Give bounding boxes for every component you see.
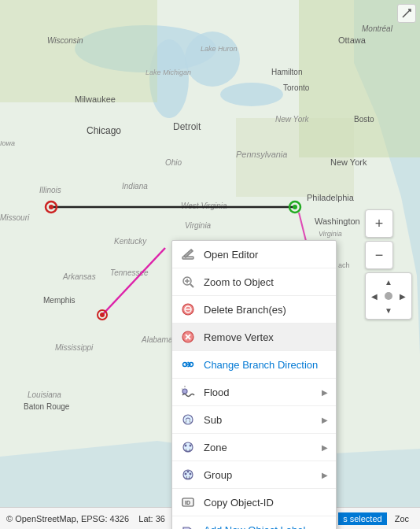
menu-label-remove-vertex: Remove Vertex xyxy=(204,331,328,343)
menu-icon-pencil xyxy=(180,246,196,262)
map-container: Wisconsin Lake Michigan Lake Huron Ottaw… xyxy=(0,0,420,529)
svg-text:Virginia: Virginia xyxy=(185,221,212,230)
svg-line-47 xyxy=(102,248,165,315)
svg-text:Alabama: Alabama xyxy=(141,335,173,344)
svg-text:Virginia: Virginia xyxy=(319,230,342,238)
svg-point-71 xyxy=(183,442,193,452)
svg-point-78 xyxy=(190,473,192,475)
menu-item-zone[interactable]: Zone▶ xyxy=(172,434,336,461)
menu-item-copy-object-id[interactable]: ID Copy Object-ID xyxy=(172,489,336,516)
svg-text:ID: ID xyxy=(185,500,190,505)
svg-text:Iowa: Iowa xyxy=(0,139,15,147)
svg-text:Baton Rouge: Baton Rouge xyxy=(24,402,70,411)
menu-icon-zone xyxy=(180,439,196,455)
svg-rect-5 xyxy=(0,0,157,102)
menu-label-delete-branch: Delete Branch(es) xyxy=(204,304,328,316)
menu-icon-delete-circle xyxy=(180,301,196,317)
svg-line-54 xyxy=(190,284,193,287)
submenu-arrow-flood: ▶ xyxy=(322,388,328,397)
pan-right-arrow[interactable]: ▶ xyxy=(400,292,406,301)
svg-rect-51 xyxy=(182,257,193,259)
menu-item-sub[interactable]: Sub▶ xyxy=(172,406,336,434)
svg-text:Bosto: Bosto xyxy=(354,115,374,124)
selected-badge: s selected xyxy=(338,512,387,525)
svg-point-43 xyxy=(46,202,57,213)
svg-text:Ottawa: Ottawa xyxy=(338,35,367,45)
svg-text:Memphis: Memphis xyxy=(43,296,76,305)
menu-item-delete-branch[interactable]: Delete Branch(es) xyxy=(172,296,336,324)
svg-point-77 xyxy=(185,473,187,475)
zoom-in-button[interactable]: + xyxy=(365,209,393,238)
menu-label-sub: Sub xyxy=(204,414,314,426)
svg-point-72 xyxy=(185,445,187,447)
svg-text:Arkansas: Arkansas xyxy=(62,272,96,281)
menu-item-flood[interactable]: Flood▶ xyxy=(172,379,336,406)
svg-text:Kentucky: Kentucky xyxy=(114,237,147,246)
svg-text:Washington: Washington xyxy=(315,216,360,226)
menu-label-group: Group xyxy=(204,469,314,481)
menu-icon-remove-x xyxy=(180,329,196,345)
menu-label-zone: Zone xyxy=(204,442,314,453)
menu-label-add-new-object-label: Add New Object Label xyxy=(204,524,328,530)
svg-text:Detroit: Detroit xyxy=(173,121,201,132)
svg-text:New York: New York xyxy=(330,157,367,167)
svg-text:Lake Huron: Lake Huron xyxy=(201,45,238,53)
svg-point-68 xyxy=(183,415,193,424)
menu-icon-zoom-plus xyxy=(180,274,196,290)
pan-left-arrow[interactable]: ◀ xyxy=(371,292,378,301)
submenu-arrow-group: ▶ xyxy=(322,471,328,479)
svg-text:Missouri: Missouri xyxy=(0,213,30,222)
menu-label-zoom-to-object: Zoom to Object xyxy=(204,276,328,288)
svg-point-79 xyxy=(187,471,190,473)
submenu-arrow-sub: ▶ xyxy=(322,416,328,424)
menu-item-add-new-object-label[interactable]: Add New Object Label xyxy=(172,516,336,529)
svg-text:Ohio: Ohio xyxy=(165,158,182,167)
svg-text:Lake Michigan: Lake Michigan xyxy=(146,68,191,76)
coordinates-text: Lat: 36 xyxy=(138,514,165,523)
menu-item-zoom-to-object[interactable]: Zoom to Object xyxy=(172,268,336,296)
svg-point-49 xyxy=(100,313,105,317)
menu-label-open-editor: Open Editor xyxy=(204,249,328,261)
svg-text:Toronto: Toronto xyxy=(283,83,310,92)
menu-icon-flood xyxy=(180,384,196,400)
status-right: s selected Zoc xyxy=(338,512,420,525)
svg-text:Wisconsin: Wisconsin xyxy=(47,36,83,45)
zoom-out-button[interactable]: − xyxy=(365,241,393,269)
menu-icon-id: ID xyxy=(180,494,196,510)
menu-label-copy-object-id: Copy Object-ID xyxy=(204,497,328,509)
svg-line-81 xyxy=(190,476,190,478)
svg-point-0 xyxy=(75,25,216,72)
svg-point-45 xyxy=(289,202,300,213)
svg-text:Hamilton: Hamilton xyxy=(271,68,302,76)
pan-control[interactable]: ▲ ◀ ▶ ▼ xyxy=(365,272,412,320)
menu-item-group[interactable]: Group▶ xyxy=(172,461,336,489)
menu-icon-group xyxy=(180,467,196,483)
menu-item-open-editor[interactable]: Open Editor xyxy=(172,241,336,268)
corner-button[interactable] xyxy=(397,4,416,23)
svg-rect-6 xyxy=(299,0,420,157)
svg-point-48 xyxy=(98,310,107,320)
svg-line-80 xyxy=(186,476,187,478)
pan-up-arrow[interactable]: ▲ xyxy=(385,278,392,287)
svg-text:Illinois: Illinois xyxy=(39,186,61,194)
svg-text:West Virginia: West Virginia xyxy=(181,202,227,210)
svg-text:Philadelphia: Philadelphia xyxy=(307,193,355,202)
svg-text:Louisiana: Louisiana xyxy=(28,390,61,399)
svg-point-3 xyxy=(220,83,283,106)
menu-item-remove-vertex[interactable]: Remove Vertex xyxy=(172,324,336,351)
svg-text:Montréal: Montréal xyxy=(362,24,393,33)
pan-down-arrow[interactable]: ▼ xyxy=(385,306,392,315)
attribution-text: © OpenStreetMap, EPSG: 4326 xyxy=(6,514,129,523)
menu-icon-sub xyxy=(180,412,196,427)
menu-item-change-branch-direction[interactable]: Change Branch Direction xyxy=(172,351,336,379)
zoom-text: Zoc xyxy=(390,512,414,525)
svg-text:Chicago: Chicago xyxy=(87,125,121,136)
svg-point-65 xyxy=(182,389,187,394)
svg-text:ach: ach xyxy=(338,261,350,269)
svg-text:Indiana: Indiana xyxy=(122,182,148,191)
svg-text:Pennsylvania: Pennsylvania xyxy=(236,150,287,159)
menu-icon-label xyxy=(180,522,196,529)
svg-rect-7 xyxy=(236,118,354,197)
menu-label-change-branch-direction: Change Branch Direction xyxy=(204,359,328,371)
svg-point-44 xyxy=(49,205,53,209)
